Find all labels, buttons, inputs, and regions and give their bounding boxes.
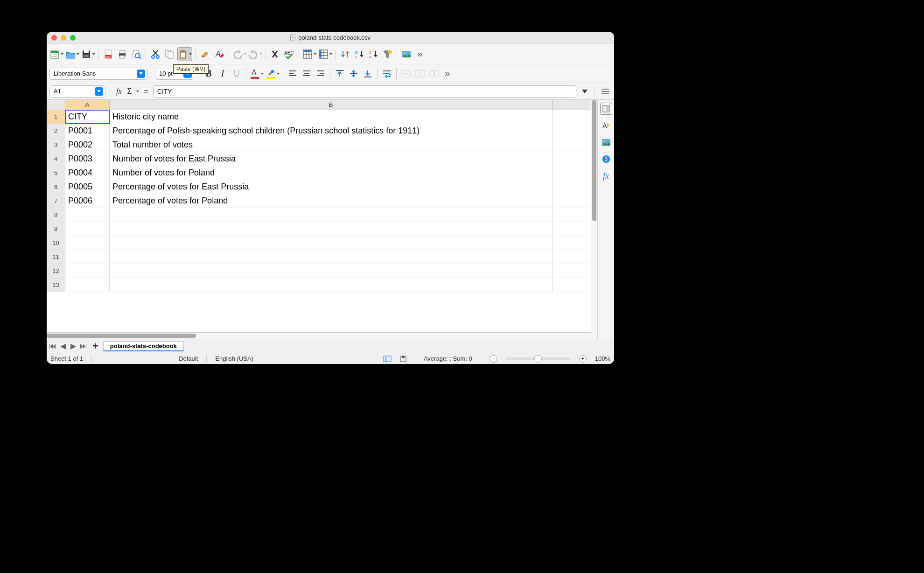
tab-nav-prev[interactable]: ◀ — [59, 342, 67, 350]
row-header[interactable]: 2 — [47, 124, 65, 138]
styles-panel-icon[interactable]: A — [600, 119, 612, 132]
new-doc-button[interactable] — [49, 47, 63, 61]
sheet-tab-active[interactable]: poland-stats-codebook — [103, 341, 184, 351]
cell[interactable] — [110, 264, 553, 278]
row-header[interactable]: 10 — [47, 236, 65, 250]
zoom-in-button[interactable]: + — [579, 355, 587, 363]
column-header-b[interactable]: B — [110, 100, 553, 110]
paste-button[interactable]: Paste (⌘V) — [177, 47, 192, 61]
cell[interactable] — [65, 208, 110, 222]
cell[interactable] — [65, 222, 110, 236]
cell[interactable]: Number of votes for Poland — [110, 166, 553, 180]
sort-button[interactable] — [339, 47, 351, 61]
cell[interactable]: Number of votes for East Prussia — [110, 152, 553, 166]
cell-style-label[interactable]: Default — [179, 355, 198, 362]
row-header[interactable]: 7 — [47, 194, 65, 208]
add-sheet-button[interactable]: + — [90, 340, 101, 352]
row-header[interactable]: 5 — [47, 166, 65, 180]
highlight-color-button[interactable] — [266, 67, 280, 81]
font-name-selector[interactable]: Liberation Sans — [49, 68, 147, 80]
italic-button[interactable]: I — [217, 67, 229, 81]
underline-button[interactable]: U — [231, 67, 243, 81]
function-wizard-button[interactable]: fx — [114, 87, 124, 96]
cut-button[interactable] — [149, 47, 161, 61]
cell[interactable]: Total number of votes — [110, 138, 553, 152]
cell-reference-box[interactable]: A1 — [49, 85, 105, 98]
align-left-button[interactable] — [287, 67, 299, 81]
cell[interactable]: P0006 — [65, 194, 110, 208]
cell[interactable]: CITY — [65, 110, 110, 124]
undo-button[interactable] — [232, 47, 246, 61]
copy-button[interactable] — [163, 47, 175, 61]
insert-mode-icon[interactable] — [383, 356, 392, 362]
cell[interactable] — [110, 208, 553, 222]
zoom-slider[interactable] — [505, 357, 571, 360]
cell[interactable] — [110, 222, 553, 236]
clone-formatting-button[interactable] — [199, 47, 211, 61]
unmerge-button[interactable] — [428, 67, 440, 81]
language-label[interactable]: English (USA) — [215, 355, 253, 362]
cell[interactable]: P0005 — [65, 180, 110, 194]
save-status-icon[interactable] — [400, 356, 406, 362]
autofilter-button[interactable] — [381, 47, 393, 61]
cell[interactable] — [110, 250, 553, 264]
cell[interactable]: P0002 — [65, 138, 110, 152]
row-header[interactable]: 9 — [47, 222, 65, 236]
insert-image-button[interactable] — [400, 47, 413, 61]
export-pdf-button[interactable]: PDF — [102, 47, 114, 61]
properties-panel-icon[interactable] — [600, 103, 612, 115]
cell[interactable] — [110, 278, 553, 292]
align-top-button[interactable] — [334, 67, 346, 81]
cell[interactable] — [110, 236, 553, 250]
print-preview-button[interactable] — [130, 47, 142, 61]
clear-formatting-button[interactable]: A — [213, 47, 225, 61]
sort-desc-button[interactable]: za — [367, 47, 379, 61]
zoom-level-label[interactable]: 100% — [595, 355, 610, 362]
spellcheck-button[interactable]: ABC — [283, 47, 295, 61]
select-all-corner[interactable] — [47, 100, 65, 110]
cell[interactable]: P0003 — [65, 152, 110, 166]
wrap-text-button[interactable] — [381, 67, 393, 81]
vertical-scrollbar[interactable] — [591, 100, 597, 339]
row-header[interactable]: 6 — [47, 180, 65, 194]
row-button[interactable] — [302, 47, 316, 61]
zoom-out-button[interactable]: − — [490, 355, 497, 363]
row-header[interactable]: 3 — [47, 138, 65, 152]
sidebar-menu-icon[interactable] — [599, 84, 611, 98]
formula-input[interactable] — [153, 85, 576, 98]
cell[interactable]: P0004 — [65, 166, 110, 180]
row-header[interactable]: 11 — [47, 250, 65, 264]
toolbar-overflow-button[interactable]: » — [414, 49, 425, 59]
redo-button[interactable] — [248, 47, 262, 61]
find-replace-button[interactable] — [269, 47, 281, 61]
column-button[interactable] — [318, 47, 332, 61]
align-middle-button[interactable] — [348, 67, 360, 81]
spreadsheet-grid[interactable]: A B 1CITYHistoric city name2P0001Percent… — [47, 100, 591, 339]
font-name-dropdown-icon[interactable] — [137, 70, 145, 78]
formula-equals-button[interactable]: = — [142, 87, 150, 96]
save-button[interactable] — [81, 47, 95, 61]
font-color-button[interactable]: A — [250, 67, 264, 81]
open-button[interactable] — [65, 47, 79, 61]
cell[interactable]: Percentage of Polish-speaking school chi… — [110, 124, 553, 138]
align-right-button[interactable] — [315, 67, 327, 81]
cell[interactable] — [65, 236, 110, 250]
merge-cells-button[interactable] — [400, 67, 412, 81]
tab-nav-last[interactable]: ⏭ — [79, 342, 88, 350]
align-bottom-button[interactable] — [362, 67, 374, 81]
tab-nav-first[interactable]: ⏮ — [49, 342, 57, 350]
navigator-panel-icon[interactable] — [600, 153, 612, 165]
cell[interactable] — [65, 264, 110, 278]
cell-ref-dropdown-icon[interactable] — [95, 87, 103, 96]
cell[interactable]: Percentage of votes for Poland — [110, 194, 553, 208]
merge-center-button[interactable] — [414, 67, 426, 81]
tab-nav-next[interactable]: ▶ — [69, 342, 77, 350]
horizontal-scrollbar[interactable] — [47, 332, 591, 339]
row-header[interactable]: 1 — [47, 110, 65, 124]
format-toolbar-overflow-button[interactable]: » — [442, 68, 453, 79]
row-header[interactable]: 13 — [47, 278, 65, 292]
align-center-button[interactable] — [301, 67, 313, 81]
print-button[interactable] — [116, 47, 128, 61]
column-header-a[interactable]: A — [65, 100, 110, 110]
sum-button[interactable]: Σ — [126, 87, 133, 96]
